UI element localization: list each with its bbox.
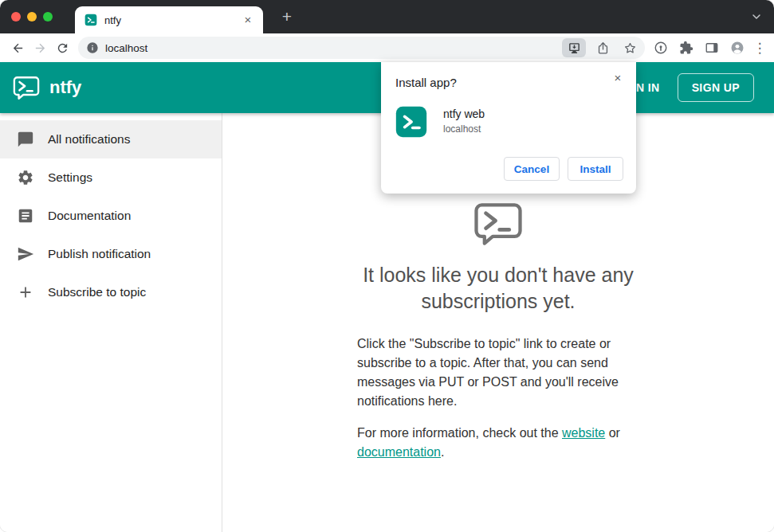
empty-state-heading: It looks like you don't have any subscri… <box>327 262 670 314</box>
minimize-window-button[interactable] <box>27 12 37 22</box>
sidebar-item-all-notifications[interactable]: All notifications <box>0 120 222 158</box>
info-text: . <box>441 445 444 459</box>
chat-bubble-icon <box>17 131 34 148</box>
bookmark-star-button[interactable] <box>619 38 640 57</box>
empty-state-paragraph-links: For more information, check out the webs… <box>357 424 639 462</box>
dialog-app-origin: localhost <box>443 123 485 135</box>
traffic-lights <box>11 12 53 22</box>
dialog-app-row: ntfy web localhost <box>395 106 623 138</box>
article-icon <box>17 207 34 225</box>
back-arrow-icon <box>11 41 25 55</box>
dialog-app-name: ntfy web <box>443 106 485 120</box>
titlebar: ntfy × + <box>0 0 774 33</box>
empty-state-paragraph: Click the "Subscribe to topic" link to c… <box>357 334 639 411</box>
sign-up-button[interactable]: SIGN UP <box>678 73 754 102</box>
info-text: or <box>605 426 620 440</box>
browser-tab[interactable]: ntfy × <box>75 6 263 33</box>
sidebar-item-documentation[interactable]: Documentation <box>0 197 222 235</box>
ntfy-logo-icon <box>13 76 40 100</box>
side-panel-button[interactable] <box>701 37 723 59</box>
browser-menu-button[interactable]: ⋮ <box>752 40 768 57</box>
avatar-icon <box>730 41 745 55</box>
sidebar: All notifications Settings Documentation… <box>0 113 222 532</box>
ntfy-favicon-icon <box>84 14 97 26</box>
forward-arrow-icon <box>33 41 47 55</box>
reload-button[interactable] <box>51 37 73 59</box>
toolbar-extensions-area: ⋮ <box>650 37 768 59</box>
sidebar-item-label: Documentation <box>48 209 131 223</box>
send-icon <box>17 245 34 263</box>
ntfy-app-icon <box>395 106 427 138</box>
gear-icon <box>17 169 34 186</box>
maximize-window-button[interactable] <box>43 12 53 22</box>
install-button[interactable]: Install <box>568 157 623 181</box>
profile-avatar[interactable] <box>726 37 748 59</box>
close-window-button[interactable] <box>11 12 21 22</box>
url-text[interactable]: localhost <box>105 42 556 54</box>
tab-title: ntfy <box>104 14 234 26</box>
sidebar-item-label: Settings <box>48 170 92 185</box>
share-icon <box>596 41 610 55</box>
dialog-title: Install app? <box>395 76 623 89</box>
browser-toolbar: localhost <box>0 33 774 62</box>
install-app-dialog: Install app? × ntfy web localhost Cancel… <box>381 62 636 194</box>
sidebar-item-label: All notifications <box>48 132 130 147</box>
site-info-icon[interactable] <box>86 41 99 54</box>
cancel-button[interactable]: Cancel <box>504 157 560 181</box>
sidebar-item-settings[interactable]: Settings <box>0 158 222 197</box>
brand-name: ntfy <box>49 77 81 98</box>
tab-close-icon[interactable]: × <box>241 13 255 27</box>
dialog-buttons: Cancel Install <box>395 157 623 181</box>
website-link[interactable]: website <box>562 426 605 440</box>
password-manager-icon <box>654 41 668 55</box>
reload-icon <box>56 41 69 55</box>
sidebar-item-label: Publish notification <box>48 247 151 261</box>
install-icon <box>568 41 581 55</box>
home-link[interactable]: ntfy <box>13 76 81 100</box>
browser-window: ntfy × + localhost <box>0 0 774 532</box>
address-bar[interactable]: localhost <box>78 37 645 59</box>
sidebar-item-subscribe-to-topic[interactable]: Subscribe to topic <box>0 273 222 311</box>
ntfy-logo-gray-icon <box>473 202 523 246</box>
puzzle-piece-icon <box>679 41 693 55</box>
share-button[interactable] <box>592 38 613 57</box>
info-text: For more information, check out the <box>357 426 562 440</box>
documentation-link[interactable]: documentation <box>357 445 441 459</box>
side-panel-icon <box>705 41 719 55</box>
forward-button[interactable] <box>29 37 51 59</box>
dialog-close-icon[interactable]: × <box>610 70 626 86</box>
new-tab-button[interactable]: + <box>277 7 297 28</box>
plus-icon <box>17 284 34 301</box>
sidebar-item-publish-notification[interactable]: Publish notification <box>0 235 222 273</box>
dialog-app-texts: ntfy web localhost <box>443 106 485 135</box>
star-icon <box>623 41 637 55</box>
sidebar-item-label: Subscribe to topic <box>48 285 146 299</box>
password-manager-button[interactable] <box>650 37 672 59</box>
install-app-button[interactable] <box>562 38 586 57</box>
back-button[interactable] <box>6 37 29 59</box>
tab-search-chevron-icon[interactable] <box>750 10 763 23</box>
extensions-button[interactable] <box>675 37 697 59</box>
